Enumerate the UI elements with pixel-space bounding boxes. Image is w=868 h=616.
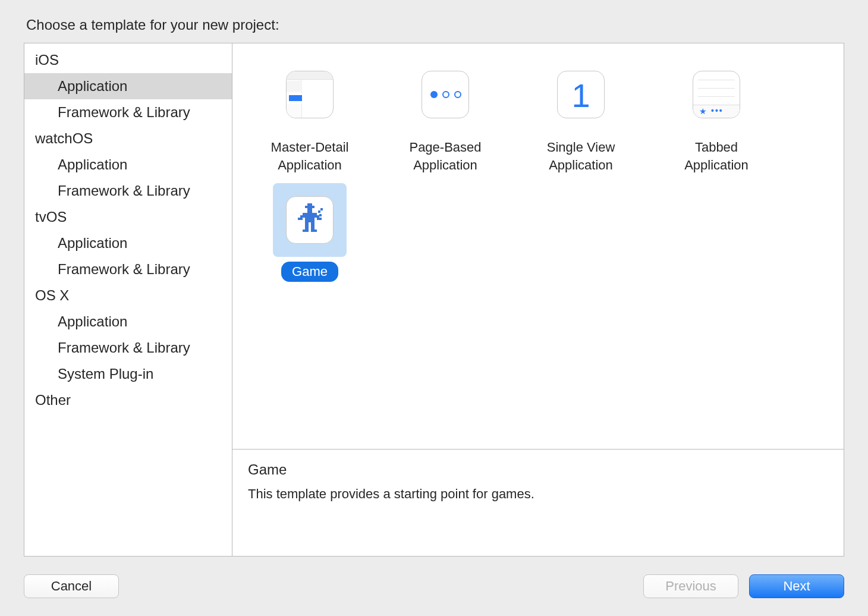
tabbed-icon: ★ ••• <box>693 71 740 118</box>
svg-rect-5 <box>315 215 319 218</box>
template-tabbed[interactable]: ★ ••• Tabbed Application <box>657 54 776 176</box>
svg-rect-12 <box>311 230 317 232</box>
svg-rect-0 <box>307 203 312 206</box>
game-icon <box>286 196 334 244</box>
sidebar-header-watchos: watchOS <box>24 125 232 152</box>
sidebar-header-osx: OS X <box>24 282 232 309</box>
svg-rect-10 <box>311 222 315 230</box>
sidebar-item-osx-application[interactable]: Application <box>24 309 232 335</box>
page-based-icon <box>422 71 469 118</box>
svg-rect-15 <box>319 214 322 216</box>
next-button[interactable]: Next <box>749 574 844 598</box>
sidebar-header-ios: iOS <box>24 47 232 73</box>
template-label: Single View Application <box>521 136 640 176</box>
sidebar-header-tvos: tvOS <box>24 204 232 230</box>
previous-button: Previous <box>643 574 738 598</box>
sidebar-item-osx-plugin[interactable]: System Plug-in <box>24 361 232 387</box>
sidebar-item-tvos-framework[interactable]: Framework & Library <box>24 256 232 282</box>
template-game[interactable]: Game <box>250 180 369 282</box>
sidebar-item-osx-framework[interactable]: Framework & Library <box>24 335 232 361</box>
main-panel: iOS Application Framework & Library watc… <box>24 43 844 557</box>
template-single-view[interactable]: 1 Single View Application <box>521 54 640 176</box>
platform-sidebar: iOS Application Framework & Library watc… <box>24 43 232 556</box>
sidebar-header-other[interactable]: Other <box>24 387 232 413</box>
svg-rect-13 <box>318 210 320 213</box>
template-chooser-dialog: Choose a template for your new project: … <box>0 0 868 616</box>
template-label: Master-Detail Application <box>250 136 369 176</box>
dialog-footer: Cancel Previous Next <box>24 557 844 598</box>
sidebar-item-ios-application[interactable]: Application <box>24 73 232 99</box>
svg-rect-3 <box>303 213 317 215</box>
description-body: This template provides a starting point … <box>248 486 828 502</box>
template-label: Game <box>281 262 338 282</box>
sidebar-item-tvos-application[interactable]: Application <box>24 230 232 256</box>
svg-rect-2 <box>307 208 312 213</box>
template-label: Page-Based Application <box>386 136 505 176</box>
svg-rect-9 <box>305 222 309 230</box>
svg-rect-6 <box>305 215 315 222</box>
template-label: Tabbed Application <box>657 136 776 176</box>
svg-rect-8 <box>317 218 322 220</box>
sidebar-item-watchos-framework[interactable]: Framework & Library <box>24 178 232 204</box>
template-grid: Master-Detail Application Page-Based App… <box>232 43 844 449</box>
svg-rect-7 <box>298 218 303 220</box>
dialog-title: Choose a template for your new project: <box>24 17 844 33</box>
cancel-button[interactable]: Cancel <box>24 574 119 598</box>
master-detail-icon <box>286 71 334 118</box>
description-pane: Game This template provides a starting p… <box>232 449 844 556</box>
template-page-based[interactable]: Page-Based Application <box>386 54 505 176</box>
sidebar-item-ios-framework[interactable]: Framework & Library <box>24 99 232 125</box>
sidebar-item-watchos-application[interactable]: Application <box>24 152 232 178</box>
single-view-icon: 1 <box>557 71 605 118</box>
template-main: Master-Detail Application Page-Based App… <box>232 43 844 556</box>
template-master-detail[interactable]: Master-Detail Application <box>250 54 369 176</box>
svg-rect-11 <box>303 230 309 232</box>
svg-rect-14 <box>320 208 323 210</box>
description-title: Game <box>248 461 828 478</box>
svg-rect-4 <box>300 215 305 218</box>
svg-rect-1 <box>305 206 315 208</box>
